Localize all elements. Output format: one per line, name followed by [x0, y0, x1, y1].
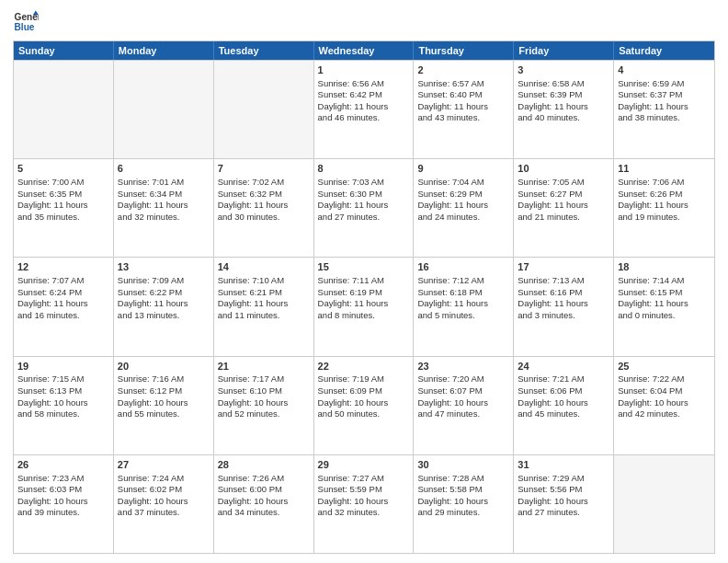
- cal-cell: 27Sunrise: 7:24 AM Sunset: 6:02 PM Dayli…: [114, 455, 214, 553]
- day-info: Sunrise: 7:19 AM Sunset: 6:09 PM Dayligh…: [318, 373, 410, 419]
- day-number: 14: [218, 260, 310, 274]
- cal-week-2: 5Sunrise: 7:00 AM Sunset: 6:35 PM Daylig…: [14, 158, 714, 257]
- cal-week-5: 26Sunrise: 7:23 AM Sunset: 6:03 PM Dayli…: [14, 454, 714, 553]
- day-number: 10: [518, 162, 609, 176]
- day-number: 1: [318, 63, 410, 77]
- day-info: Sunrise: 7:04 AM Sunset: 6:29 PM Dayligh…: [417, 177, 509, 223]
- cal-cell: 7Sunrise: 7:02 AM Sunset: 6:32 PM Daylig…: [214, 159, 314, 257]
- cal-cell: 12Sunrise: 7:07 AM Sunset: 6:24 PM Dayli…: [14, 258, 114, 355]
- day-info: Sunrise: 7:10 AM Sunset: 6:21 PM Dayligh…: [218, 275, 310, 321]
- cal-header-wednesday: Wednesday: [314, 41, 415, 60]
- day-info: Sunrise: 7:01 AM Sunset: 6:34 PM Dayligh…: [118, 177, 210, 223]
- cal-cell: 17Sunrise: 7:13 AM Sunset: 6:16 PM Dayli…: [514, 258, 614, 355]
- day-number: 17: [518, 260, 609, 274]
- day-number: 19: [17, 360, 109, 373]
- calendar: SundayMondayTuesdayWednesdayThursdayFrid…: [13, 40, 715, 554]
- day-info: Sunrise: 7:00 AM Sunset: 6:35 PM Dayligh…: [17, 177, 109, 223]
- day-info: Sunrise: 7:29 AM Sunset: 5:56 PM Dayligh…: [518, 473, 609, 519]
- day-number: 4: [618, 63, 711, 77]
- cal-cell: 19Sunrise: 7:15 AM Sunset: 6:13 PM Dayli…: [14, 357, 114, 454]
- cal-cell: 3Sunrise: 6:58 AM Sunset: 6:39 PM Daylig…: [514, 61, 614, 158]
- day-info: Sunrise: 7:11 AM Sunset: 6:19 PM Dayligh…: [318, 275, 410, 321]
- cal-cell: 6Sunrise: 7:01 AM Sunset: 6:34 PM Daylig…: [114, 159, 214, 257]
- day-info: Sunrise: 7:22 AM Sunset: 6:04 PM Dayligh…: [618, 373, 711, 419]
- day-number: 6: [118, 162, 210, 176]
- day-info: Sunrise: 6:56 AM Sunset: 6:42 PM Dayligh…: [318, 78, 410, 124]
- cal-header-sunday: Sunday: [14, 41, 114, 60]
- day-number: 15: [318, 260, 410, 274]
- cal-cell: 14Sunrise: 7:10 AM Sunset: 6:21 PM Dayli…: [214, 258, 314, 355]
- day-info: Sunrise: 7:02 AM Sunset: 6:32 PM Dayligh…: [218, 177, 310, 223]
- day-number: 23: [417, 360, 509, 373]
- cal-header-thursday: Thursday: [414, 41, 514, 60]
- cal-cell: 10Sunrise: 7:05 AM Sunset: 6:27 PM Dayli…: [514, 159, 614, 257]
- cal-cell: 1Sunrise: 6:56 AM Sunset: 6:42 PM Daylig…: [314, 61, 415, 158]
- cal-week-3: 12Sunrise: 7:07 AM Sunset: 6:24 PM Dayli…: [14, 257, 714, 355]
- cal-cell: 5Sunrise: 7:00 AM Sunset: 6:35 PM Daylig…: [14, 159, 114, 257]
- cal-cell: [114, 61, 214, 158]
- day-info: Sunrise: 7:28 AM Sunset: 5:58 PM Dayligh…: [417, 473, 509, 519]
- cal-cell: 25Sunrise: 7:22 AM Sunset: 6:04 PM Dayli…: [614, 357, 714, 454]
- day-number: 31: [518, 458, 609, 472]
- day-info: Sunrise: 7:07 AM Sunset: 6:24 PM Dayligh…: [17, 275, 109, 321]
- cal-cell: 29Sunrise: 7:27 AM Sunset: 5:59 PM Dayli…: [314, 455, 415, 553]
- day-info: Sunrise: 7:20 AM Sunset: 6:07 PM Dayligh…: [417, 373, 509, 419]
- cal-cell: [214, 61, 314, 158]
- day-info: Sunrise: 7:21 AM Sunset: 6:06 PM Dayligh…: [518, 373, 609, 419]
- day-info: Sunrise: 7:05 AM Sunset: 6:27 PM Dayligh…: [518, 177, 609, 223]
- day-number: 21: [218, 360, 310, 373]
- cal-header-monday: Monday: [114, 41, 214, 60]
- day-number: 13: [118, 260, 210, 274]
- cal-cell: 23Sunrise: 7:20 AM Sunset: 6:07 PM Dayli…: [414, 357, 514, 454]
- cal-cell: 16Sunrise: 7:12 AM Sunset: 6:18 PM Dayli…: [414, 258, 514, 355]
- cal-cell: 18Sunrise: 7:14 AM Sunset: 6:15 PM Dayli…: [614, 258, 714, 355]
- cal-header-friday: Friday: [514, 41, 614, 60]
- day-number: 20: [118, 360, 210, 373]
- day-info: Sunrise: 7:12 AM Sunset: 6:18 PM Dayligh…: [417, 275, 509, 321]
- calendar-body: 1Sunrise: 6:56 AM Sunset: 6:42 PM Daylig…: [14, 60, 714, 553]
- cal-cell: 8Sunrise: 7:03 AM Sunset: 6:30 PM Daylig…: [314, 159, 415, 257]
- cal-cell: 24Sunrise: 7:21 AM Sunset: 6:06 PM Dayli…: [514, 357, 614, 454]
- cal-cell: 21Sunrise: 7:17 AM Sunset: 6:10 PM Dayli…: [214, 357, 314, 454]
- logo-icon: General Blue: [13, 9, 39, 35]
- cal-header-saturday: Saturday: [614, 41, 714, 60]
- cal-cell: 13Sunrise: 7:09 AM Sunset: 6:22 PM Dayli…: [114, 258, 214, 355]
- day-number: 28: [218, 458, 310, 472]
- day-info: Sunrise: 7:13 AM Sunset: 6:16 PM Dayligh…: [518, 275, 609, 321]
- day-number: 9: [417, 162, 509, 176]
- day-number: 18: [618, 260, 711, 274]
- cal-cell: 15Sunrise: 7:11 AM Sunset: 6:19 PM Dayli…: [314, 258, 415, 355]
- cal-header-tuesday: Tuesday: [214, 41, 314, 60]
- cal-cell: 26Sunrise: 7:23 AM Sunset: 6:03 PM Dayli…: [14, 455, 114, 553]
- day-number: 12: [17, 260, 109, 274]
- cal-week-4: 19Sunrise: 7:15 AM Sunset: 6:13 PM Dayli…: [14, 356, 714, 454]
- day-info: Sunrise: 7:03 AM Sunset: 6:30 PM Dayligh…: [318, 177, 410, 223]
- cal-cell: [614, 455, 714, 553]
- cal-cell: 20Sunrise: 7:16 AM Sunset: 6:12 PM Dayli…: [114, 357, 214, 454]
- day-number: 25: [618, 360, 711, 373]
- cal-cell: 31Sunrise: 7:29 AM Sunset: 5:56 PM Dayli…: [514, 455, 614, 553]
- day-info: Sunrise: 7:16 AM Sunset: 6:12 PM Dayligh…: [118, 373, 210, 419]
- day-number: 26: [17, 458, 109, 472]
- day-number: 22: [318, 360, 410, 373]
- day-info: Sunrise: 7:23 AM Sunset: 6:03 PM Dayligh…: [17, 473, 109, 519]
- day-info: Sunrise: 7:06 AM Sunset: 6:26 PM Dayligh…: [618, 177, 711, 223]
- day-number: 7: [218, 162, 310, 176]
- page: General Blue SundayMondayTuesdayWednesda…: [0, 0, 728, 563]
- day-number: 11: [618, 162, 711, 176]
- day-info: Sunrise: 6:59 AM Sunset: 6:37 PM Dayligh…: [618, 78, 711, 124]
- day-number: 16: [417, 260, 509, 274]
- cal-cell: 4Sunrise: 6:59 AM Sunset: 6:37 PM Daylig…: [614, 61, 714, 158]
- calendar-header-row: SundayMondayTuesdayWednesdayThursdayFrid…: [14, 41, 714, 60]
- cal-cell: 11Sunrise: 7:06 AM Sunset: 6:26 PM Dayli…: [614, 159, 714, 257]
- day-number: 2: [417, 63, 509, 77]
- day-info: Sunrise: 7:24 AM Sunset: 6:02 PM Dayligh…: [118, 473, 210, 519]
- day-info: Sunrise: 6:58 AM Sunset: 6:39 PM Dayligh…: [518, 78, 609, 124]
- cal-cell: 2Sunrise: 6:57 AM Sunset: 6:40 PM Daylig…: [414, 61, 514, 158]
- cal-cell: 30Sunrise: 7:28 AM Sunset: 5:58 PM Dayli…: [414, 455, 514, 553]
- day-info: Sunrise: 7:26 AM Sunset: 6:00 PM Dayligh…: [218, 473, 310, 519]
- cal-week-1: 1Sunrise: 6:56 AM Sunset: 6:42 PM Daylig…: [14, 60, 714, 158]
- cal-cell: 22Sunrise: 7:19 AM Sunset: 6:09 PM Dayli…: [314, 357, 415, 454]
- cal-cell: [14, 61, 114, 158]
- day-number: 5: [17, 162, 109, 176]
